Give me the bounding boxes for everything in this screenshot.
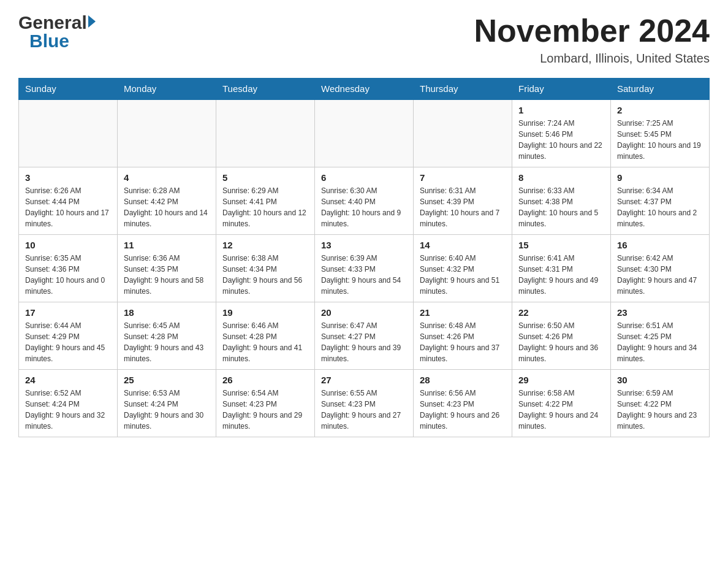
week-row-3: 10Sunrise: 6:35 AMSunset: 4:36 PMDayligh… xyxy=(19,235,710,302)
day-info: Sunrise: 6:52 AMSunset: 4:24 PMDaylight:… xyxy=(25,388,111,432)
calendar-cell xyxy=(414,99,512,167)
day-info: Sunrise: 6:39 AMSunset: 4:33 PMDaylight:… xyxy=(321,253,407,297)
day-info: Sunrise: 6:55 AMSunset: 4:23 PMDaylight:… xyxy=(321,388,407,432)
calendar-cell: 6Sunrise: 6:30 AMSunset: 4:40 PMDaylight… xyxy=(315,167,414,235)
day-info: Sunrise: 6:58 AMSunset: 4:22 PMDaylight:… xyxy=(518,388,604,432)
calendar-cell: 5Sunrise: 6:29 AMSunset: 4:41 PMDaylight… xyxy=(216,167,315,235)
day-info: Sunrise: 6:47 AMSunset: 4:27 PMDaylight:… xyxy=(321,320,407,364)
day-number: 25 xyxy=(124,375,210,385)
calendar-cell: 2Sunrise: 7:25 AMSunset: 5:45 PMDaylight… xyxy=(611,99,710,167)
day-info: Sunrise: 6:46 AMSunset: 4:28 PMDaylight:… xyxy=(222,320,308,364)
day-info: Sunrise: 6:42 AMSunset: 4:30 PMDaylight:… xyxy=(617,253,703,297)
calendar-cell: 19Sunrise: 6:46 AMSunset: 4:28 PMDayligh… xyxy=(216,302,315,370)
day-info: Sunrise: 6:26 AMSunset: 4:44 PMDaylight:… xyxy=(25,185,111,229)
calendar-cell xyxy=(315,99,414,167)
calendar-cell: 26Sunrise: 6:54 AMSunset: 4:23 PMDayligh… xyxy=(216,370,315,437)
calendar-cell: 10Sunrise: 6:35 AMSunset: 4:36 PMDayligh… xyxy=(19,235,118,302)
day-number: 11 xyxy=(124,240,210,250)
calendar-cell: 24Sunrise: 6:52 AMSunset: 4:24 PMDayligh… xyxy=(19,370,118,437)
calendar-cell: 28Sunrise: 6:56 AMSunset: 4:23 PMDayligh… xyxy=(414,370,512,437)
logo-arrow-icon xyxy=(88,15,96,28)
day-number: 8 xyxy=(518,172,604,183)
calendar-cell xyxy=(118,99,216,167)
calendar-cell: 11Sunrise: 6:36 AMSunset: 4:35 PMDayligh… xyxy=(118,235,216,302)
calendar-cell: 13Sunrise: 6:39 AMSunset: 4:33 PMDayligh… xyxy=(315,235,414,302)
calendar-cell xyxy=(19,99,118,167)
day-number: 12 xyxy=(222,240,308,250)
logo-blue-text: Blue xyxy=(18,31,69,52)
title-area: November 2024 Lombard, Illinois, United … xyxy=(474,12,710,66)
day-number: 9 xyxy=(617,172,703,183)
logo-general-text: General xyxy=(18,12,87,33)
calendar-cell: 15Sunrise: 6:41 AMSunset: 4:31 PMDayligh… xyxy=(512,235,611,302)
day-number: 23 xyxy=(617,307,703,318)
day-number: 18 xyxy=(124,307,210,318)
day-headers-row: SundayMondayTuesdayWednesdayThursdayFrid… xyxy=(19,79,710,100)
calendar-cell: 8Sunrise: 6:33 AMSunset: 4:38 PMDaylight… xyxy=(512,167,611,235)
day-info: Sunrise: 7:24 AMSunset: 5:46 PMDaylight:… xyxy=(518,118,604,162)
logo: General Blue xyxy=(18,12,96,52)
day-number: 21 xyxy=(420,307,506,318)
day-number: 10 xyxy=(25,240,111,250)
calendar-cell xyxy=(216,99,315,167)
day-info: Sunrise: 6:50 AMSunset: 4:26 PMDaylight:… xyxy=(518,320,604,364)
day-info: Sunrise: 6:31 AMSunset: 4:39 PMDaylight:… xyxy=(420,185,506,229)
calendar-cell: 27Sunrise: 6:55 AMSunset: 4:23 PMDayligh… xyxy=(315,370,414,437)
day-number: 17 xyxy=(25,307,111,318)
header: General Blue November 2024 Lombard, Illi… xyxy=(18,12,710,66)
day-info: Sunrise: 6:51 AMSunset: 4:25 PMDaylight:… xyxy=(617,320,703,364)
header-day-monday: Monday xyxy=(118,79,216,100)
week-row-1: 1Sunrise: 7:24 AMSunset: 5:46 PMDaylight… xyxy=(19,99,710,167)
day-number: 24 xyxy=(25,375,111,385)
day-number: 5 xyxy=(222,172,308,183)
calendar-cell: 29Sunrise: 6:58 AMSunset: 4:22 PMDayligh… xyxy=(512,370,611,437)
day-number: 22 xyxy=(518,307,604,318)
day-info: Sunrise: 6:38 AMSunset: 4:34 PMDaylight:… xyxy=(222,253,308,297)
calendar-cell: 4Sunrise: 6:28 AMSunset: 4:42 PMDaylight… xyxy=(118,167,216,235)
calendar-table: SundayMondayTuesdayWednesdayThursdayFrid… xyxy=(18,78,710,437)
header-day-sunday: Sunday xyxy=(19,79,118,100)
calendar-title: November 2024 xyxy=(474,12,710,49)
calendar-cell: 21Sunrise: 6:48 AMSunset: 4:26 PMDayligh… xyxy=(414,302,512,370)
calendar-cell: 17Sunrise: 6:44 AMSunset: 4:29 PMDayligh… xyxy=(19,302,118,370)
day-info: Sunrise: 6:35 AMSunset: 4:36 PMDaylight:… xyxy=(25,253,111,297)
day-info: Sunrise: 6:29 AMSunset: 4:41 PMDaylight:… xyxy=(222,185,308,229)
day-number: 27 xyxy=(321,375,407,385)
day-number: 14 xyxy=(420,240,506,250)
day-number: 26 xyxy=(222,375,308,385)
day-info: Sunrise: 6:56 AMSunset: 4:23 PMDaylight:… xyxy=(420,388,506,432)
day-number: 13 xyxy=(321,240,407,250)
day-number: 1 xyxy=(518,105,604,115)
header-day-tuesday: Tuesday xyxy=(216,79,315,100)
calendar-cell: 12Sunrise: 6:38 AMSunset: 4:34 PMDayligh… xyxy=(216,235,315,302)
calendar-cell: 7Sunrise: 6:31 AMSunset: 4:39 PMDaylight… xyxy=(414,167,512,235)
day-info: Sunrise: 6:34 AMSunset: 4:37 PMDaylight:… xyxy=(617,185,703,229)
day-number: 30 xyxy=(617,375,703,385)
day-number: 7 xyxy=(420,172,506,183)
week-row-4: 17Sunrise: 6:44 AMSunset: 4:29 PMDayligh… xyxy=(19,302,710,370)
calendar-cell: 18Sunrise: 6:45 AMSunset: 4:28 PMDayligh… xyxy=(118,302,216,370)
calendar-cell: 30Sunrise: 6:59 AMSunset: 4:22 PMDayligh… xyxy=(611,370,710,437)
calendar-cell: 9Sunrise: 6:34 AMSunset: 4:37 PMDaylight… xyxy=(611,167,710,235)
day-number: 6 xyxy=(321,172,407,183)
day-info: Sunrise: 6:44 AMSunset: 4:29 PMDaylight:… xyxy=(25,320,111,364)
day-info: Sunrise: 6:53 AMSunset: 4:24 PMDaylight:… xyxy=(124,388,210,432)
calendar-cell: 22Sunrise: 6:50 AMSunset: 4:26 PMDayligh… xyxy=(512,302,611,370)
header-day-wednesday: Wednesday xyxy=(315,79,414,100)
day-number: 20 xyxy=(321,307,407,318)
day-info: Sunrise: 6:36 AMSunset: 4:35 PMDaylight:… xyxy=(124,253,210,297)
day-info: Sunrise: 6:28 AMSunset: 4:42 PMDaylight:… xyxy=(124,185,210,229)
week-row-2: 3Sunrise: 6:26 AMSunset: 4:44 PMDaylight… xyxy=(19,167,710,235)
header-day-friday: Friday xyxy=(512,79,611,100)
calendar-cell: 1Sunrise: 7:24 AMSunset: 5:46 PMDaylight… xyxy=(512,99,611,167)
day-number: 19 xyxy=(222,307,308,318)
day-number: 4 xyxy=(124,172,210,183)
day-number: 16 xyxy=(617,240,703,250)
day-info: Sunrise: 6:33 AMSunset: 4:38 PMDaylight:… xyxy=(518,185,604,229)
day-number: 15 xyxy=(518,240,604,250)
calendar-cell: 3Sunrise: 6:26 AMSunset: 4:44 PMDaylight… xyxy=(19,167,118,235)
calendar-cell: 25Sunrise: 6:53 AMSunset: 4:24 PMDayligh… xyxy=(118,370,216,437)
day-info: Sunrise: 7:25 AMSunset: 5:45 PMDaylight:… xyxy=(617,118,703,162)
day-number: 29 xyxy=(518,375,604,385)
calendar-subtitle: Lombard, Illinois, United States xyxy=(474,52,710,66)
